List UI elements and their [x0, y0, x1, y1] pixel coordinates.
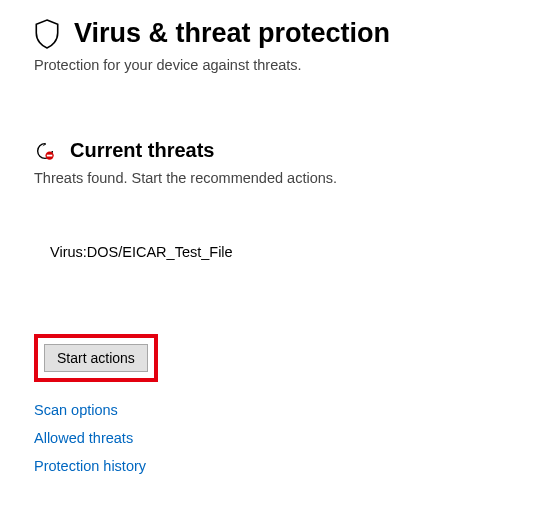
highlight-box: Start actions [34, 334, 158, 382]
page-header: Virus & threat protection [34, 18, 526, 49]
start-actions-button[interactable]: Start actions [44, 344, 148, 372]
scan-options-link[interactable]: Scan options [34, 402, 526, 418]
svg-rect-1 [47, 154, 53, 156]
allowed-threats-link[interactable]: Allowed threats [34, 430, 526, 446]
section-title: Current threats [70, 139, 214, 162]
page-subtitle: Protection for your device against threa… [34, 57, 526, 73]
threats-icon [34, 140, 56, 162]
current-threats-header: Current threats [34, 139, 526, 162]
threat-item: Virus:DOS/EICAR_Test_File [34, 244, 526, 260]
page-title: Virus & threat protection [74, 18, 390, 49]
protection-history-link[interactable]: Protection history [34, 458, 526, 474]
shield-icon [34, 19, 60, 49]
section-subtitle: Threats found. Start the recommended act… [34, 170, 526, 186]
